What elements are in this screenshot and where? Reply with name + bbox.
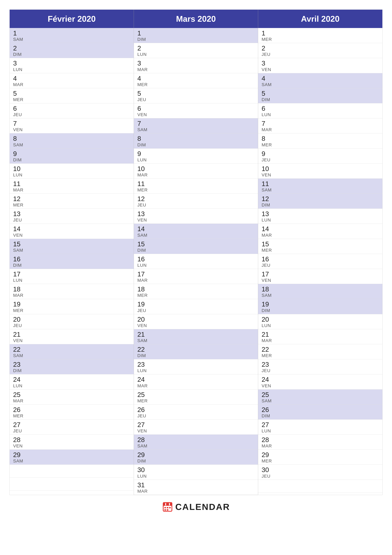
day-label: LUN — [13, 67, 130, 72]
day-row: 2LUN — [134, 43, 258, 58]
day-label: VEN — [262, 383, 379, 388]
day-label: VEN — [137, 323, 255, 328]
day-number: 28 — [137, 436, 255, 444]
day-label: LUN — [137, 474, 255, 479]
day-number: 15 — [262, 241, 379, 248]
day-number: 25 — [137, 391, 255, 398]
day-label: MER — [13, 203, 130, 208]
day-number: 14 — [137, 225, 255, 233]
day-label: MAR — [262, 338, 379, 343]
day-number: 27 — [137, 421, 255, 428]
day-number: 16 — [137, 256, 255, 263]
day-number: 30 — [262, 466, 379, 474]
day-label: LUN — [262, 428, 379, 433]
calendar-container: Février 2020Mars 2020Avril 2020 1SAM2DIM… — [9, 9, 383, 495]
month-col-apr: 1MER2JEU3VEN4SAM5DIM6LUN7MAR8MER9JEU10VE… — [258, 28, 382, 495]
month-col-mar: 1DIM2LUN3MAR4MER5JEU6VEN7SAM8DIM9LUN10MA… — [134, 28, 258, 495]
day-row: 18MER — [134, 284, 258, 299]
day-label: JEU — [137, 413, 255, 418]
day-label: DIM — [262, 413, 379, 418]
day-number: 27 — [13, 421, 130, 428]
day-row: 27VEN — [134, 420, 258, 435]
day-label: SAM — [13, 459, 130, 464]
day-label: VEN — [262, 278, 379, 283]
day-label: JEU — [137, 203, 255, 208]
day-label: VEN — [13, 444, 130, 449]
day-row: 3LUN — [10, 58, 134, 73]
day-label: DIM — [262, 97, 379, 102]
day-number: 10 — [262, 165, 379, 172]
day-row: 7VEN — [10, 118, 134, 133]
day-number: 18 — [137, 285, 255, 293]
day-number: 19 — [137, 301, 255, 308]
day-number: 26 — [13, 406, 130, 413]
day-row: 20JEU — [10, 314, 134, 329]
day-row: 19DIM — [258, 299, 382, 314]
day-row: 30JEU — [258, 465, 382, 480]
day-label: MAR — [13, 188, 130, 193]
day-number: 1 — [13, 29, 130, 37]
day-row: 18MAR — [10, 284, 134, 299]
day-label: JEU — [13, 112, 130, 117]
day-row: 23JEU — [258, 359, 382, 374]
day-label: SAM — [262, 82, 379, 87]
day-number: 20 — [262, 316, 379, 323]
day-label: MER — [137, 82, 255, 87]
day-number: 23 — [13, 361, 130, 368]
day-number: 17 — [13, 270, 130, 278]
day-label: MAR — [262, 444, 379, 449]
day-number: 28 — [13, 436, 130, 444]
day-row: 27JEU — [10, 420, 134, 435]
day-number: 18 — [13, 285, 130, 293]
day-number: 18 — [262, 285, 379, 293]
month-headers: Février 2020Mars 2020Avril 2020 — [10, 10, 382, 28]
day-row: 27LUN — [258, 420, 382, 435]
day-number: 2 — [13, 45, 130, 52]
day-row: 15MER — [258, 239, 382, 254]
day-row: 22SAM — [10, 344, 134, 359]
day-number: 3 — [137, 60, 255, 67]
day-number: 3 — [13, 60, 130, 67]
day-row: 30LUN — [134, 465, 258, 480]
day-label: MAR — [13, 82, 130, 87]
day-row: 20VEN — [134, 314, 258, 329]
day-number: 23 — [137, 361, 255, 368]
day-label: VEN — [13, 338, 130, 343]
day-label: VEN — [137, 218, 255, 223]
day-row: 19JEU — [134, 299, 258, 314]
day-label: JEU — [13, 428, 130, 433]
day-label: VEN — [137, 112, 255, 117]
day-number: 20 — [13, 316, 130, 323]
day-label: DIM — [262, 308, 379, 313]
day-row: 29MER — [258, 450, 382, 465]
svg-rect-8 — [167, 507, 168, 508]
day-label: LUN — [13, 172, 130, 177]
day-row: 12MER — [10, 194, 134, 209]
day-row: 1DIM — [134, 28, 258, 43]
day-row: 11SAM — [258, 179, 382, 194]
day-row: 9DIM — [10, 149, 134, 164]
day-row: 28VEN — [10, 435, 134, 450]
day-label: JEU — [137, 97, 255, 102]
day-row — [258, 480, 382, 493]
day-row: 9JEU — [258, 149, 382, 164]
day-row: 3VEN — [258, 58, 382, 73]
days-grid: 1SAM2DIM3LUN4MAR5MER6JEU7VEN8SAM9DIM10LU… — [10, 28, 382, 495]
day-label: JEU — [13, 323, 130, 328]
day-row: 7MAR — [258, 118, 382, 133]
day-number: 10 — [13, 165, 130, 172]
day-row: 20LUN — [258, 314, 382, 329]
day-number: 9 — [262, 150, 379, 157]
day-number: 7 — [13, 120, 130, 127]
day-number: 24 — [13, 376, 130, 383]
day-number: 16 — [13, 256, 130, 263]
month-header-1: Mars 2020 — [134, 10, 258, 28]
day-number: 19 — [13, 301, 130, 308]
day-label: DIM — [137, 353, 255, 358]
day-label: SAM — [137, 338, 255, 343]
day-row: 16DIM — [10, 254, 134, 269]
day-label: SAM — [137, 233, 255, 238]
day-label: MAR — [137, 278, 255, 283]
day-label: MAR — [137, 172, 255, 177]
day-row: 8MER — [258, 133, 382, 148]
